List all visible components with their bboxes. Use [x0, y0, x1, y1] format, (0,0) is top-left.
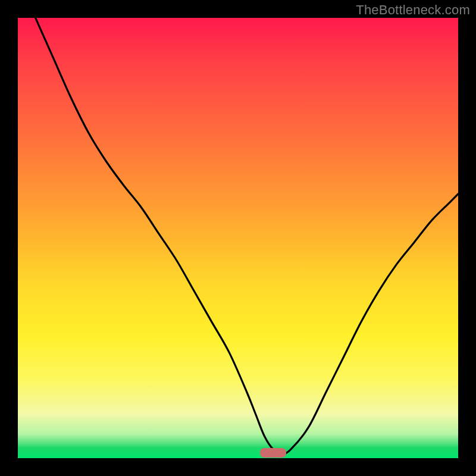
bottleneck-curve [18, 18, 458, 458]
optimum-marker [260, 448, 286, 458]
chart-frame: TheBottleneck.com [0, 0, 476, 476]
attribution-text: TheBottleneck.com [356, 2, 470, 18]
plot-area [18, 18, 458, 458]
